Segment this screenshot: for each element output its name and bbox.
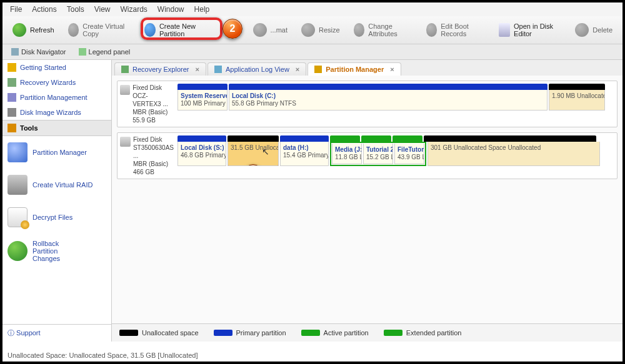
tab-application-log[interactable]: Application Log View× xyxy=(208,62,306,76)
menu-tools[interactable]: Tools xyxy=(67,5,84,14)
close-icon[interactable]: × xyxy=(390,66,394,73)
format-button[interactable]: ...mat xyxy=(248,21,293,39)
nav-tools[interactable]: Tools xyxy=(2,120,111,136)
menu-help[interactable]: Help xyxy=(194,5,210,14)
close-icon[interactable]: × xyxy=(195,66,199,73)
partition-segment[interactable]: FileTutoria43.9 GB Lo xyxy=(394,144,424,164)
boot-records-icon xyxy=(426,23,438,37)
disk-info: Fixed DiskST3500630AS ...MBR (Basic)466 … xyxy=(120,135,174,176)
legend-unallocated: Unallocated space xyxy=(119,329,199,337)
annotation-marker-1: 1 xyxy=(243,164,263,166)
app-log-tab-icon xyxy=(214,66,222,73)
tool-rollback-changes[interactable]: Rollback Partition Changes xyxy=(2,234,111,268)
unallocated-segment[interactable]: 31.5 GB Unallocated↖1 xyxy=(228,142,279,166)
nav-getting-started[interactable]: Getting Started xyxy=(2,60,111,75)
disk-row: Fixed DiskOCZ-VERTEX3 ...MBR (Basic)55.9… xyxy=(117,81,618,127)
annotation-marker-2: 2 xyxy=(222,19,242,39)
tools-icon xyxy=(8,124,16,132)
getting-started-icon xyxy=(8,63,16,72)
partition-manager-icon xyxy=(8,142,28,162)
side-panel: Getting Started Recovery Wizards Partiti… xyxy=(2,60,112,342)
hard-disk-icon xyxy=(120,137,131,147)
disk-view: Fixed DiskOCZ-VERTEX3 ...MBR (Basic)55.9… xyxy=(112,76,622,323)
partition-segment[interactable]: data (H:)15.4 GB Primary NT xyxy=(280,142,329,166)
tool-create-virtual-raid[interactable]: Create Virtual RAID xyxy=(2,169,111,201)
partition-area: System Reserved100 MB Primary NTFSLocal … xyxy=(178,84,614,124)
legend-primary: Primary partition xyxy=(214,329,286,337)
delete-button[interactable]: Delete xyxy=(570,21,618,39)
tab-partition-manager[interactable]: Partition Manager× xyxy=(308,62,401,76)
open-disk-editor-button[interactable]: Open in Disk Editor xyxy=(494,20,566,40)
attributes-icon xyxy=(354,23,365,37)
legend-panel-toggle[interactable]: Legend panel xyxy=(75,47,134,57)
menu-window[interactable]: Window xyxy=(158,5,184,14)
refresh-icon xyxy=(12,23,26,37)
workspace: Getting Started Recovery Wizards Partiti… xyxy=(2,60,622,342)
menu-view[interactable]: View xyxy=(94,5,111,14)
partition-manager-tab-icon xyxy=(314,66,322,73)
menu-actions[interactable]: Actions xyxy=(32,5,56,14)
recovery-explorer-tab-icon xyxy=(121,66,129,73)
change-attributes-button[interactable]: Change Attributes xyxy=(349,20,418,40)
decrypt-files-icon xyxy=(8,207,28,227)
refresh-button[interactable]: Refresh xyxy=(8,21,59,39)
disk-navigator-toggle[interactable]: Disk Navigator xyxy=(8,47,70,57)
disk-navigator-icon xyxy=(11,48,19,56)
tab-strip: Recovery Explorer× Application Log View×… xyxy=(112,60,622,76)
legend-icon xyxy=(79,48,86,56)
close-icon[interactable]: × xyxy=(296,66,299,73)
tool-decrypt-files[interactable]: Decrypt Files xyxy=(2,201,111,234)
partition-area: Local Disk (S:)46.8 GB Primary Un31.5 GB… xyxy=(178,135,614,176)
legend-extended: Extended partition xyxy=(384,329,462,337)
status-bar: Unallocated Space: Unallocated Space, 31… xyxy=(8,352,198,359)
partition-mgmt-icon xyxy=(8,93,16,102)
nav-recovery-wizards[interactable]: Recovery Wizards xyxy=(2,75,111,90)
rollback-icon xyxy=(8,241,28,261)
nav-partition-management[interactable]: Partition Management xyxy=(2,90,111,105)
create-new-partition-button[interactable]: Create New Partition xyxy=(139,20,219,40)
menu-bar: File Actions Tools View Wizards Window H… xyxy=(2,2,622,16)
menu-wizards[interactable]: Wizards xyxy=(121,5,148,14)
virtual-copy-icon xyxy=(68,23,79,37)
create-virtual-copy-button[interactable]: Create Virtual Copy xyxy=(63,20,136,40)
delete-icon xyxy=(575,23,589,37)
disk-editor-icon xyxy=(499,23,510,37)
main-area: Recovery Explorer× Application Log View×… xyxy=(112,60,622,342)
tab-recovery-explorer[interactable]: Recovery Explorer× xyxy=(114,62,206,76)
disk-row: Fixed DiskST3500630AS ...MBR (Basic)466 … xyxy=(117,132,618,179)
panel-toggle-bar: Disk Navigator Legend panel xyxy=(2,44,622,60)
partition-segment[interactable]: Local Disk (C:)55.8 GB Primary NTFS xyxy=(229,90,548,111)
hard-disk-icon xyxy=(120,85,130,95)
menu-file[interactable]: File xyxy=(10,5,22,14)
partition-segment[interactable]: Media (J:)11.8 GB Lo xyxy=(332,144,362,164)
recovery-wizards-icon xyxy=(8,78,16,87)
edit-boot-records-button[interactable]: Edit Boot Records xyxy=(421,20,491,40)
format-icon xyxy=(253,23,267,37)
resize-button[interactable]: Resize xyxy=(296,21,345,39)
partition-segment[interactable]: System Reserved100 MB Primary NTFS xyxy=(178,90,228,111)
support-link[interactable]: ⓘ Support xyxy=(2,324,111,342)
legend-active: Active partition xyxy=(301,329,369,337)
disk-image-icon xyxy=(8,108,16,117)
nav-disk-image-wizards[interactable]: Disk Image Wizards xyxy=(2,105,111,120)
tool-partition-manager[interactable]: Partition Manager xyxy=(2,136,111,169)
disk-info: Fixed DiskOCZ-VERTEX3 ...MBR (Basic)55.9… xyxy=(120,84,174,124)
legend-bar: Unallocated space Primary partition Acti… xyxy=(112,323,622,342)
partition-segment[interactable]: Tutorial 2:15.2 GB Lo xyxy=(363,144,393,164)
extended-partition-group: Media (J:)11.8 GB LoTutorial 2:15.2 GB L… xyxy=(330,142,426,166)
virtual-raid-icon xyxy=(8,175,28,195)
resize-icon xyxy=(301,23,315,37)
partition-segment[interactable]: Local Disk (S:)46.8 GB Primary Un xyxy=(178,142,226,166)
unallocated-segment[interactable]: 301 GB Unallocated Space Unallocated xyxy=(428,142,600,166)
main-toolbar: Refresh Create Virtual Copy Create New P… xyxy=(2,16,622,44)
create-partition-icon xyxy=(144,23,156,37)
unallocated-segment[interactable]: 1.90 MB Unallocated xyxy=(549,90,605,111)
